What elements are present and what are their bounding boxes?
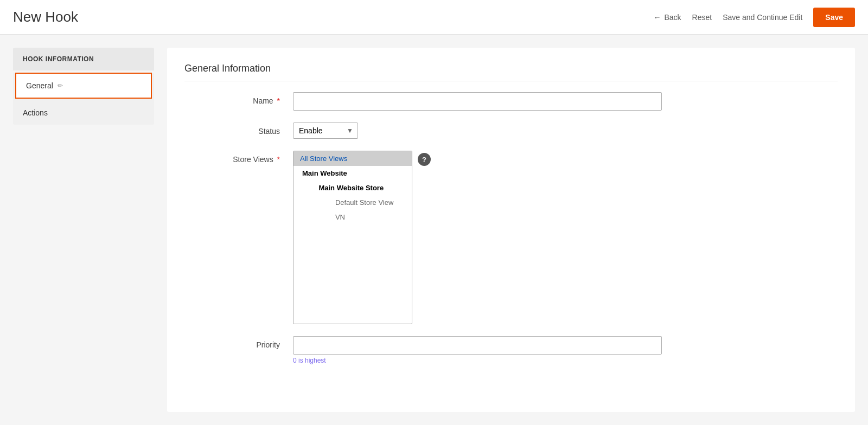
back-button[interactable]: ← Back (653, 13, 681, 22)
status-select-wrapper: Enable Disable ▼ (293, 123, 358, 139)
form-row-priority: Priority 0 is highest (184, 336, 838, 364)
page-header: New Hook ← Back Reset Save and Continue … (0, 0, 868, 35)
back-arrow-icon: ← (653, 13, 661, 22)
name-field-wrapper (293, 92, 662, 111)
sidebar: HOOK INFORMATION General ✏ Actions (13, 48, 154, 412)
status-label: Status (184, 123, 293, 136)
form-row-store-views: Store Views * All Store Views Main Websi… (184, 151, 838, 324)
status-select[interactable]: Enable Disable (293, 123, 358, 138)
sidebar-item-actions-label: Actions (23, 108, 48, 117)
section-title: General Information (184, 63, 838, 81)
form-row-status: Status Enable Disable ▼ (184, 123, 838, 139)
priority-field-wrapper: 0 is highest (293, 336, 662, 364)
sidebar-items: General ✏ Actions (13, 73, 154, 125)
sidebar-item-actions[interactable]: Actions (13, 101, 154, 125)
status-field-wrapper: Enable Disable ▼ (293, 123, 662, 139)
priority-input[interactable] (293, 336, 662, 355)
sidebar-item-general-label: General (26, 81, 53, 90)
reset-button[interactable]: Reset (692, 13, 712, 22)
main-content: General Information Name * Status Enable… (167, 48, 855, 412)
save-continue-button[interactable]: Save and Continue Edit (723, 13, 802, 22)
sidebar-item-general[interactable]: General ✏ (15, 73, 152, 99)
store-views-field-wrapper: All Store Views Main Website Main Websit… (293, 151, 662, 324)
sidebar-section-header: HOOK INFORMATION (13, 48, 154, 70)
page-content: HOOK INFORMATION General ✏ Actions Gener… (0, 35, 868, 425)
page-title: New Hook (13, 9, 78, 25)
edit-icon: ✏ (58, 82, 63, 89)
priority-hint: 0 is highest (293, 357, 662, 364)
priority-label: Priority (184, 336, 293, 349)
name-input[interactable] (293, 92, 662, 111)
form-row-name: Name * (184, 92, 838, 111)
header-actions: ← Back Reset Save and Continue Edit Save (653, 8, 855, 27)
store-views-help-icon[interactable]: ? (418, 153, 431, 166)
save-button[interactable]: Save (813, 8, 855, 27)
store-views-select[interactable]: All Store Views Main Website Main Websit… (293, 151, 412, 324)
name-required-star: * (277, 96, 280, 105)
name-label: Name * (184, 92, 293, 105)
store-views-label: Store Views * (184, 151, 293, 164)
store-views-required-star: * (277, 155, 280, 164)
store-views-wrapper: All Store Views Main Website Main Websit… (293, 151, 662, 324)
